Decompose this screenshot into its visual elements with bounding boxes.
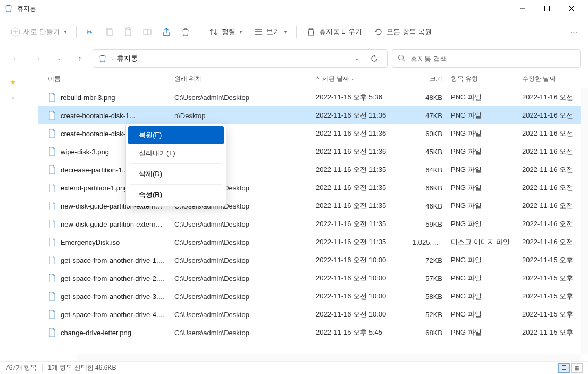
file-icon — [48, 184, 56, 192]
search-input[interactable] — [410, 55, 575, 63]
context-delete[interactable]: 삭제(D) — [128, 165, 224, 183]
more-button[interactable]: ⋯ — [565, 24, 583, 40]
file-type: PNG 파일 — [447, 183, 518, 193]
horizontal-scrollbar[interactable] — [77, 354, 581, 361]
vertical-scrollbar[interactable] — [581, 88, 588, 354]
column-date-modified[interactable]: 수정한 날짜 — [518, 74, 588, 84]
file-type: PNG 파일 — [447, 111, 518, 120]
empty-recycle-label: 휴지통 비우기 — [319, 27, 363, 37]
divider — [296, 26, 297, 38]
view-icon — [254, 27, 263, 37]
file-row[interactable]: extend-partition-1.pngC:\Users\admin\Des… — [38, 179, 588, 197]
column-date-deleted[interactable]: 삭제된 날짜 ⌄ — [312, 74, 408, 84]
file-size: 64KB — [408, 166, 447, 174]
forward-button[interactable]: → — [29, 50, 46, 67]
file-location: C:\Users\admin\Desktop — [170, 256, 312, 264]
share-button[interactable] — [157, 24, 175, 40]
rename-icon — [142, 27, 152, 37]
file-row[interactable]: wipe-disk-3.pngn\Desktop2022-11-16 오전 11… — [38, 143, 588, 161]
file-name: create-bootable-disk-1... — [61, 112, 135, 120]
file-list[interactable]: rebuild-mbr-3.pngC:\Users\admin\Desktop2… — [38, 88, 588, 361]
copy-button[interactable] — [100, 24, 118, 40]
restore-all-button[interactable]: 모든 항목 복원 — [368, 24, 437, 40]
file-icon — [48, 165, 56, 174]
cut-button[interactable]: ✂ — [81, 24, 99, 40]
view-button[interactable]: 보기 ▾ — [248, 24, 292, 40]
file-row[interactable]: new-disk-guide-partition-external-...C:\… — [38, 215, 588, 233]
dropdown-button[interactable]: ⌄ — [350, 51, 365, 66]
breadcrumb[interactable]: › 휴지통 ⌄ — [93, 49, 388, 68]
minimize-button[interactable] — [510, 0, 535, 17]
file-row[interactable]: create-bootable-disk-2...n\Desktop2022-1… — [38, 124, 588, 143]
up-button[interactable]: ↑ — [71, 50, 88, 67]
ellipsis-icon: ⋯ — [569, 27, 578, 37]
file-row[interactable]: EmergencyDisk.isoC:\Users\admin\Desktop2… — [38, 233, 588, 251]
recycle-bin-icon — [98, 54, 107, 63]
file-row[interactable]: get-space-from-another-drive-4.p...C:\Us… — [38, 305, 588, 323]
file-date-modified: 2022-11-16 오전 — [518, 201, 588, 211]
file-icon — [48, 220, 56, 228]
paste-button[interactable] — [119, 24, 137, 40]
thumbnails-view-toggle[interactable]: ▦ — [571, 363, 583, 373]
plus-circle-icon — [11, 27, 20, 37]
status-selection: 1개 항목 선택함 46.6KB — [48, 363, 116, 372]
file-row[interactable]: new-disk-guide-partition-external-...C:\… — [38, 197, 588, 215]
favorites-icon[interactable]: ★ — [7, 76, 19, 88]
context-restore[interactable]: 복원(E) — [128, 126, 224, 144]
file-date-deleted: 2022-11-16 오전 11:35 — [312, 219, 408, 229]
new-button[interactable]: 새로 만들기 ▾ — [5, 24, 72, 40]
file-location: C:\Users\admin\Desktop — [170, 293, 312, 301]
breadcrumb-text[interactable]: 휴지통 — [117, 54, 138, 63]
file-date-modified: 2022-11-16 오전 — [518, 93, 588, 102]
file-type: PNG 파일 — [447, 219, 518, 229]
file-type: PNG 파일 — [447, 93, 518, 102]
maximize-button[interactable] — [535, 0, 559, 17]
close-button[interactable] — [559, 0, 584, 17]
column-size[interactable]: 크기 — [408, 74, 447, 84]
details-view-toggle[interactable]: ☰ — [558, 363, 570, 373]
nav-pane-collapsed: ★ ⌄ — [0, 70, 26, 361]
file-date-modified: 2022-11-16 오전 — [518, 219, 588, 229]
file-date-modified: 2022-11-15 오후 — [518, 328, 588, 337]
chevron-down-icon: ▾ — [64, 30, 66, 35]
column-item-type[interactable]: 항목 유형 — [447, 74, 518, 84]
file-date-modified: 2022-11-16 오전 — [518, 129, 588, 138]
context-properties[interactable]: 속성(R) — [128, 186, 224, 204]
recent-dropdown[interactable]: ⌄ — [50, 50, 67, 67]
file-row[interactable]: get-space-from-another-drive-3.p...C:\Us… — [38, 287, 588, 305]
search-icon — [398, 54, 406, 63]
file-row[interactable]: get-space-from-another-drive-2.p...C:\Us… — [38, 269, 588, 287]
status-bar: 767개 항목 1개 항목 선택함 46.6KB ☰ ▦ — [0, 361, 588, 374]
sort-label: 정렬 — [222, 27, 236, 37]
file-type: PNG 파일 — [447, 273, 518, 283]
delete-button[interactable] — [177, 24, 195, 40]
file-type: PNG 파일 — [447, 328, 518, 337]
file-row[interactable]: create-bootable-disk-1...n\Desktop2022-1… — [38, 106, 588, 124]
empty-recycle-button[interactable]: 휴지통 비우기 — [301, 24, 368, 40]
search-box[interactable] — [392, 49, 581, 68]
file-date-modified: 2022-11-16 오전 — [518, 165, 588, 174]
expand-nav-button[interactable]: ⌄ — [11, 88, 15, 106]
file-row[interactable]: decrease-partition-1....n\Desktop2022-11… — [38, 161, 588, 179]
file-date-deleted: 2022-11-16 오전 10:00 — [312, 310, 408, 319]
column-original-location[interactable]: 원래 위치 — [170, 74, 312, 84]
context-cut[interactable]: 잘라내기(T) — [128, 144, 224, 162]
file-row[interactable]: change-drive-letter.pngC:\Users\admin\De… — [38, 323, 588, 342]
file-date-deleted: 2022-11-16 오전 11:36 — [312, 129, 408, 138]
sort-button[interactable]: 정렬 ▾ — [204, 24, 247, 40]
column-name[interactable]: 이름 — [44, 74, 170, 84]
file-size: 48KB — [408, 94, 447, 102]
refresh-button[interactable] — [367, 51, 382, 66]
back-button[interactable]: ← — [7, 50, 24, 67]
file-name: EmergencyDisk.iso — [61, 238, 120, 246]
file-name: wipe-disk-3.png — [61, 148, 109, 156]
context-menu: 복원(E) 잘라내기(T) 삭제(D) 속성(R) — [125, 123, 226, 206]
svg-rect-0 — [545, 6, 550, 11]
divider — [130, 184, 222, 185]
file-date-modified: 2022-11-15 오후 — [518, 273, 588, 283]
file-name: new-disk-guide-partition-external-... — [61, 220, 166, 228]
file-row[interactable]: get-space-from-another-drive-1.p...C:\Us… — [38, 251, 588, 269]
rename-button[interactable] — [138, 24, 156, 40]
file-name: change-drive-letter.png — [61, 329, 131, 337]
file-row[interactable]: rebuild-mbr-3.pngC:\Users\admin\Desktop2… — [38, 88, 588, 106]
